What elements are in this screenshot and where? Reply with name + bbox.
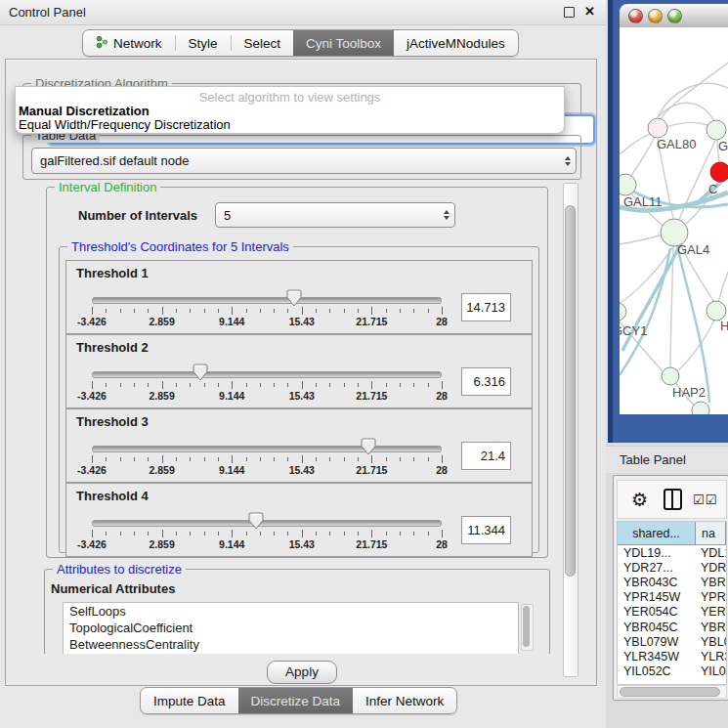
- network-canvas[interactable]: GAL80GAGAL11CGAL4GCY1HHAP2: [620, 27, 728, 414]
- network-node-selected-red[interactable]: [710, 162, 728, 182]
- tick-mark: [204, 532, 205, 535]
- slider-track[interactable]: [92, 446, 442, 452]
- table-row[interactable]: YDL19...YDL1: [618, 545, 726, 560]
- minimize-traffic-light-icon[interactable]: [648, 9, 663, 23]
- table-row[interactable]: YBL079WYBL0: [618, 634, 726, 649]
- network-node[interactable]: [707, 120, 726, 140]
- number-of-intervals-combobox[interactable]: 5: [215, 202, 455, 228]
- tab-select[interactable]: Select: [232, 30, 294, 56]
- threshold-slider[interactable]: -3.4262.8599.14415.4321.71528: [92, 511, 442, 552]
- threshold-slider[interactable]: -3.4262.8599.14415.4321.71528: [92, 288, 442, 329]
- threshold-slider[interactable]: -3.4262.8599.14415.4321.71528: [92, 437, 442, 478]
- tab-jactivemnodules[interactable]: jActiveMNodules: [394, 30, 518, 56]
- tick-mark: [428, 457, 429, 461]
- slider-thumb[interactable]: [286, 289, 302, 310]
- tab-infer-network[interactable]: Infer Network: [353, 688, 456, 713]
- tick-mark: [386, 532, 387, 535]
- table-cell: YER054C: [618, 605, 696, 619]
- tick-mark: [246, 309, 247, 313]
- numerical-attributes-list[interactable]: SelfLoopsTopologicalCoefficientBetweenne…: [63, 602, 519, 654]
- network-edge[interactable]: [661, 63, 728, 119]
- tab-cyni-toolbox[interactable]: Cyni Toolbox: [293, 30, 394, 56]
- network-node[interactable]: [662, 367, 679, 385]
- top-tab-row: NetworkStyleSelectCyni ToolboxjActiveMNo…: [0, 25, 606, 58]
- table-data-combobox[interactable]: galFiltered.sif default node: [31, 148, 577, 174]
- threshold-value-field[interactable]: 6.316: [461, 367, 511, 396]
- close-traffic-light-icon[interactable]: [628, 9, 643, 23]
- settings-vertical-scrollbar[interactable]: [563, 183, 578, 677]
- table-row[interactable]: YIL052CYIL0: [618, 664, 726, 679]
- table-row[interactable]: YBR045CYBR0: [618, 620, 726, 634]
- tick-label: 28: [436, 464, 448, 476]
- network-node[interactable]: [692, 402, 709, 414]
- tick-mark: [176, 457, 177, 461]
- table-column-header[interactable]: shared...: [618, 522, 696, 544]
- table-column-header[interactable]: na: [696, 522, 726, 544]
- table-row[interactable]: YLR345WYLR3: [618, 649, 726, 664]
- network-node[interactable]: [707, 301, 726, 321]
- slider-thumb[interactable]: [361, 438, 376, 458]
- float-window-icon[interactable]: [564, 7, 575, 18]
- tab-label: Impute Data: [153, 694, 226, 708]
- attributes-list-scrollbar[interactable]: [521, 604, 534, 651]
- close-icon[interactable]: ✕: [584, 4, 595, 19]
- tick-mark: [218, 383, 219, 387]
- tab-style[interactable]: Style: [176, 30, 231, 56]
- tick-mark: [148, 457, 149, 461]
- node-table[interactable]: shared...na YDL19...YDL1YDR27...YDR2YBR0…: [617, 521, 727, 685]
- table-row[interactable]: YPR145WYPR1: [618, 590, 726, 605]
- popup-option-manual-discretization[interactable]: Manual Discretization: [19, 104, 561, 118]
- zoom-traffic-light-icon[interactable]: [667, 9, 682, 23]
- network-edge[interactable]: [677, 320, 714, 371]
- attribute-list-item[interactable]: TopologicalCoefficient: [64, 620, 518, 636]
- tick-label: -3.426: [77, 390, 107, 402]
- scrollbar-thumb[interactable]: [565, 205, 576, 577]
- network-node[interactable]: [648, 118, 667, 138]
- apply-button[interactable]: Apply: [267, 661, 337, 684]
- slider-tick-labels: -3.4262.8599.14415.4321.71528: [92, 390, 442, 402]
- attributes-group: Attributes to discretize Numerical Attri…: [44, 569, 550, 654]
- threshold-label: Threshold 1: [76, 266, 149, 280]
- threshold-value-field[interactable]: 14.713: [461, 293, 511, 321]
- tab-network[interactable]: Network: [83, 30, 175, 56]
- tick-mark: [428, 532, 429, 535]
- network-node[interactable]: [620, 174, 636, 195]
- tick-label: -3.426: [77, 538, 107, 550]
- tab-discretize-data[interactable]: Discretize Data: [238, 688, 354, 713]
- slider-track[interactable]: [92, 520, 442, 527]
- tick-mark: [190, 457, 191, 461]
- top-tabbar: NetworkStyleSelectCyni ToolboxjActiveMNo…: [82, 29, 519, 57]
- attribute-list-item[interactable]: BetweennessCentrality: [64, 636, 518, 653]
- hscrollbar-thumb[interactable]: [620, 687, 720, 697]
- tick-mark: [316, 383, 317, 387]
- network-edge[interactable]: [620, 235, 663, 244]
- slider-track[interactable]: [92, 297, 442, 304]
- table-horizontal-scrollbar[interactable]: [617, 685, 727, 699]
- table-row[interactable]: YBR043CYBR0: [618, 575, 726, 589]
- slider-thumb[interactable]: [248, 512, 264, 533]
- tick-mark: [302, 307, 303, 315]
- tick-mark: [92, 307, 93, 315]
- network-node[interactable]: [620, 303, 626, 321]
- table-row[interactable]: YDR27...YDR2: [618, 560, 726, 575]
- column-view-icon[interactable]: [664, 489, 682, 510]
- slider-track[interactable]: [92, 371, 442, 378]
- table-row[interactable]: YER054CYER0: [618, 605, 726, 620]
- tick-mark: [176, 532, 177, 535]
- settings-gear-icon[interactable]: ⚙: [631, 489, 648, 511]
- tick-mark: [148, 309, 149, 313]
- network-edge[interactable]: [718, 272, 728, 302]
- popup-option-equal-width-frequency[interactable]: Equal Width/Frequency Discretization: [19, 117, 561, 132]
- tick-label: 15.43: [289, 538, 315, 550]
- threshold-panel: Threshold 1-3.4262.8599.14415.4321.71528…: [65, 260, 533, 334]
- tick-label: 2.859: [149, 464, 174, 476]
- select-columns-checkbox-icons[interactable]: ☑☑: [693, 492, 717, 507]
- slider-thumb[interactable]: [193, 364, 208, 384]
- threshold-slider[interactable]: -3.4262.8599.14415.4321.71528: [92, 363, 442, 404]
- table-toolbar: ⚙ ☑☑: [617, 480, 727, 519]
- threshold-value-field[interactable]: 21.4: [461, 442, 511, 470]
- threshold-value-field[interactable]: 11.344: [461, 516, 511, 544]
- tab-impute-data[interactable]: Impute Data: [141, 688, 238, 713]
- tick-mark: [442, 530, 443, 537]
- attribute-list-item[interactable]: SelfLoops: [64, 603, 518, 620]
